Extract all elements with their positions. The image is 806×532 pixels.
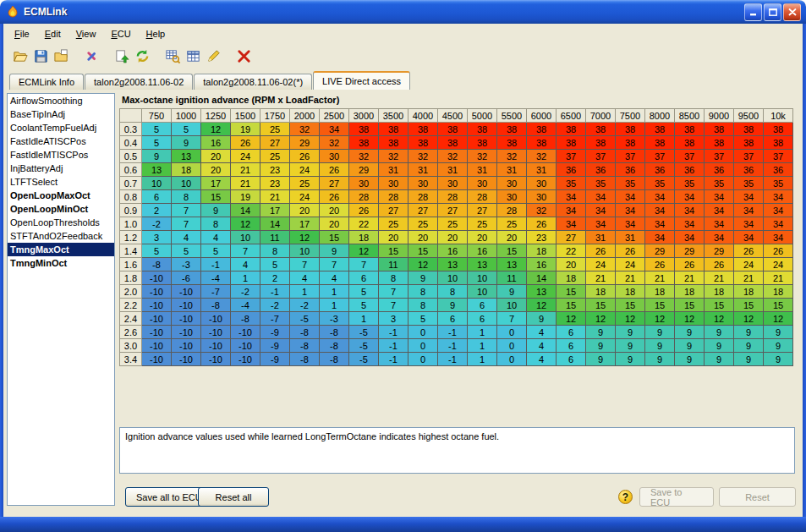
advance-cell-3.0-3000[interactable]: -5 (349, 339, 379, 353)
advance-cell-1.6-8000[interactable]: 26 (645, 258, 675, 271)
advance-cell-0.4-2000[interactable]: 29 (290, 136, 320, 150)
advance-cell-0.5-1500[interactable]: 24 (231, 150, 260, 163)
advance-cell-2.2-2000[interactable]: -2 (290, 299, 320, 312)
advance-cell-0.5-7000[interactable]: 37 (586, 150, 616, 163)
advance-cell-0.8-5000[interactable]: 28 (468, 190, 497, 204)
advance-cell-0.9-8000[interactable]: 34 (645, 204, 675, 217)
tab-ecmlink-info[interactable]: ECMLink Info (9, 74, 84, 90)
advance-cell-1.8-750[interactable]: -10 (142, 271, 172, 285)
advance-cell-0.8-1250[interactable]: 15 (201, 190, 231, 204)
advance-cell-2.4-1500[interactable]: -8 (231, 312, 260, 326)
advance-cell-2.2-5500[interactable]: 10 (497, 299, 527, 312)
sidebar-item-tmngminoct[interactable]: TmngMinOct (8, 256, 114, 270)
advance-cell-1.8-10k[interactable]: 21 (764, 271, 793, 285)
advance-cell-0.9-2500[interactable]: 20 (320, 204, 349, 217)
advance-cell-0.7-6500[interactable]: 35 (557, 177, 586, 190)
advance-cell-1.8-6000[interactable]: 14 (527, 271, 557, 285)
advance-cell-1.4-9500[interactable]: 26 (734, 244, 764, 258)
advance-cell-1.4-4500[interactable]: 16 (438, 244, 468, 258)
advance-cell-1.4-3000[interactable]: 12 (349, 244, 379, 258)
advance-cell-1.4-2000[interactable]: 10 (290, 244, 320, 258)
advance-cell-2.6-1500[interactable]: -10 (231, 326, 260, 339)
advance-cell-2.6-1000[interactable]: -10 (172, 326, 201, 339)
advance-cell-2.0-1250[interactable]: -7 (201, 285, 231, 299)
advance-cell-3.0-2000[interactable]: -8 (290, 339, 320, 353)
advance-cell-0.7-9500[interactable]: 35 (734, 177, 764, 190)
advance-cell-1.6-6500[interactable]: 20 (557, 258, 586, 271)
advance-cell-2.6-7500[interactable]: 9 (616, 326, 645, 339)
advance-cell-1.0-5000[interactable]: 25 (468, 217, 497, 231)
advance-cell-0.6-9500[interactable]: 36 (734, 163, 764, 177)
advance-cell-1.2-7000[interactable]: 31 (586, 231, 616, 244)
advance-cell-3.4-6500[interactable]: 6 (557, 353, 586, 366)
advance-cell-3.4-7000[interactable]: 9 (586, 353, 616, 366)
advance-cell-0.4-7500[interactable]: 38 (616, 136, 645, 150)
advance-cell-1.0-3000[interactable]: 22 (349, 217, 379, 231)
advance-cell-0.4-750[interactable]: 5 (142, 136, 172, 150)
advance-cell-0.6-6000[interactable]: 31 (527, 163, 557, 177)
advance-cell-1.2-7500[interactable]: 31 (616, 231, 645, 244)
advance-cell-2.4-6500[interactable]: 12 (557, 312, 586, 326)
reset-all-button[interactable]: Reset all (198, 487, 269, 507)
advance-cell-2.6-7000[interactable]: 9 (586, 326, 616, 339)
advance-cell-2.2-7500[interactable]: 15 (616, 299, 645, 312)
advance-cell-1.2-1250[interactable]: 4 (201, 231, 231, 244)
help-button[interactable]: ? (618, 490, 633, 504)
advance-cell-1.8-4500[interactable]: 10 (438, 271, 468, 285)
advance-cell-1.4-1000[interactable]: 5 (172, 244, 201, 258)
advance-cell-2.4-6000[interactable]: 9 (527, 312, 557, 326)
advance-cell-2.0-5000[interactable]: 10 (468, 285, 497, 299)
advance-cell-2.0-1750[interactable]: -1 (260, 285, 290, 299)
advance-cell-0.5-8000[interactable]: 37 (645, 150, 675, 163)
advance-cell-0.4-9500[interactable]: 38 (734, 136, 764, 150)
advance-cell-0.9-5500[interactable]: 28 (497, 204, 527, 217)
advance-cell-1.2-750[interactable]: 3 (142, 231, 172, 244)
advance-cell-0.4-3500[interactable]: 38 (379, 136, 408, 150)
advance-cell-0.9-5000[interactable]: 27 (468, 204, 497, 217)
advance-cell-0.3-1750[interactable]: 25 (260, 123, 290, 136)
advance-cell-3.0-4500[interactable]: -1 (438, 339, 468, 353)
advance-cell-2.4-4000[interactable]: 5 (408, 312, 438, 326)
advance-cell-0.3-9500[interactable]: 38 (734, 123, 764, 136)
close-button[interactable] (783, 3, 801, 21)
advance-cell-2.6-9500[interactable]: 9 (734, 326, 764, 339)
advance-cell-1.6-7500[interactable]: 24 (616, 258, 645, 271)
advance-cell-2.4-7000[interactable]: 12 (586, 312, 616, 326)
advance-cell-2.4-2500[interactable]: -3 (320, 312, 349, 326)
open-file-icon[interactable] (10, 46, 30, 66)
advance-cell-2.0-7000[interactable]: 18 (586, 285, 616, 299)
advance-cell-2.0-8500[interactable]: 18 (675, 285, 705, 299)
advance-cell-0.6-1000[interactable]: 18 (172, 163, 201, 177)
advance-cell-1.4-5500[interactable]: 15 (497, 244, 527, 258)
advance-cell-0.9-7000[interactable]: 34 (586, 204, 616, 217)
advance-cell-3.0-1250[interactable]: -10 (201, 339, 231, 353)
advance-cell-1.8-3000[interactable]: 6 (349, 271, 379, 285)
advance-cell-2.0-3500[interactable]: 7 (379, 285, 408, 299)
menu-edit[interactable]: Edit (37, 26, 69, 41)
menu-file[interactable]: File (7, 26, 37, 41)
advance-cell-0.7-1500[interactable]: 21 (231, 177, 260, 190)
advance-cell-0.9-9500[interactable]: 34 (734, 204, 764, 217)
advance-cell-3.4-4000[interactable]: 0 (408, 353, 438, 366)
sidebar-item-ltftselect[interactable]: LTFTSelect (8, 175, 114, 189)
advance-cell-0.9-8500[interactable]: 34 (675, 204, 705, 217)
advance-cell-1.6-10k[interactable]: 24 (764, 258, 793, 271)
advance-cell-0.8-750[interactable]: 6 (142, 190, 172, 204)
advance-cell-0.4-9000[interactable]: 38 (705, 136, 734, 150)
advance-cell-1.2-3000[interactable]: 18 (349, 231, 379, 244)
advance-cell-2.4-3500[interactable]: 3 (379, 312, 408, 326)
advance-cell-0.3-10k[interactable]: 38 (764, 123, 793, 136)
advance-cell-0.9-4000[interactable]: 27 (408, 204, 438, 217)
advance-cell-0.9-6500[interactable]: 34 (557, 204, 586, 217)
advance-cell-2.0-1000[interactable]: -10 (172, 285, 201, 299)
advance-cell-0.7-750[interactable]: 10 (142, 177, 172, 190)
advance-cell-0.7-1000[interactable]: 10 (172, 177, 201, 190)
advance-cell-0.4-3000[interactable]: 38 (349, 136, 379, 150)
advance-cell-2.4-3000[interactable]: 1 (349, 312, 379, 326)
advance-cell-3.0-10k[interactable]: 9 (764, 339, 793, 353)
advance-cell-2.6-2000[interactable]: -8 (290, 326, 320, 339)
advance-cell-2.2-10k[interactable]: 15 (764, 299, 793, 312)
advance-cell-0.7-2000[interactable]: 25 (290, 177, 320, 190)
advance-cell-3.4-1000[interactable]: -10 (172, 353, 201, 366)
advance-cell-1.6-5500[interactable]: 13 (497, 258, 527, 271)
